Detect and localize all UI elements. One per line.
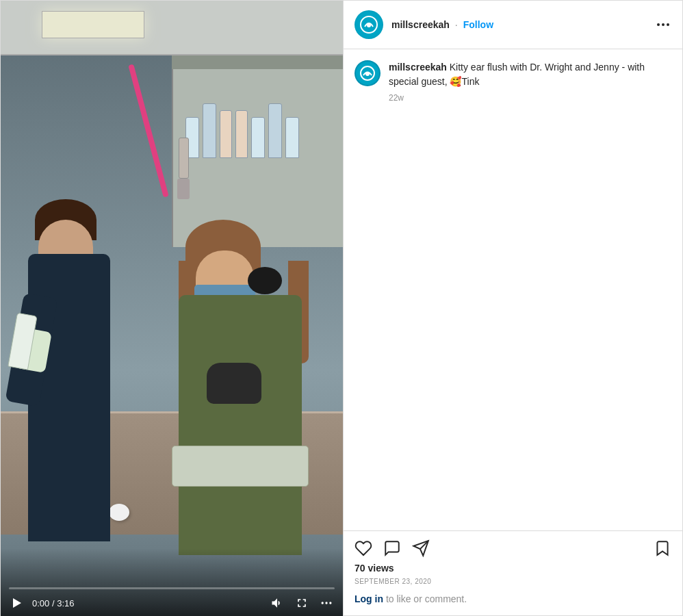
login-link[interactable]: Log in <box>355 593 383 604</box>
time-display: 0:00 / 3:16 <box>32 598 74 608</box>
cat-head <box>248 267 282 294</box>
play-button[interactable] <box>9 595 24 611</box>
person2 <box>158 227 329 555</box>
post-header: millscreekah · Follow <box>344 1 682 49</box>
progress-bar-container[interactable] <box>9 587 335 589</box>
volume-button[interactable] <box>269 595 285 611</box>
dot-separator: · <box>455 19 458 30</box>
svg-point-1 <box>322 602 324 604</box>
svg-marker-0 <box>13 598 21 608</box>
heart-icon <box>355 539 372 557</box>
controls-row: 0:00 / 3:16 <box>9 595 335 611</box>
towel <box>172 446 309 487</box>
comment-button[interactable] <box>383 539 401 557</box>
more-icon <box>655 16 671 33</box>
caption-row: millscreekah Kitty ear flush with Dr. Wr… <box>355 60 671 103</box>
caption-text: millscreekah Kitty ear flush with Dr. Wr… <box>389 60 671 89</box>
svg-point-8 <box>662 23 665 26</box>
shelf-items <box>185 76 336 158</box>
bottle-4 <box>235 110 248 158</box>
cat-body <box>207 363 261 404</box>
views-count: 70 views <box>355 563 671 574</box>
person1 <box>14 199 124 541</box>
svg-point-9 <box>667 23 669 26</box>
caption-avatar-logo <box>356 62 379 85</box>
wall-equipment-1 <box>179 138 189 179</box>
svg-point-12 <box>365 72 370 76</box>
cabinet-top <box>172 55 343 69</box>
action-icons <box>355 539 671 557</box>
bookmark-button[interactable] <box>654 539 671 557</box>
bottle-3 <box>220 110 232 158</box>
bottle-5 <box>251 117 265 158</box>
login-prompt: Log in to like or comment. <box>355 593 671 613</box>
caption-area: millscreekah Kitty ear flush with Dr. Wr… <box>344 49 682 530</box>
ceiling-light <box>42 11 144 38</box>
share-icon <box>412 539 430 557</box>
bookmark-icon <box>654 539 671 557</box>
post-date: September 23, 2020 <box>355 578 671 585</box>
comment-icon <box>383 539 401 557</box>
header-avatar[interactable] <box>355 10 383 39</box>
follow-button[interactable]: Follow <box>463 19 493 30</box>
post-container: 0:00 / 3:16 <box>0 0 683 616</box>
header-username[interactable]: millscreekah <box>391 19 450 30</box>
avatar-logo <box>356 12 382 38</box>
total-time: 3:16 <box>57 598 74 608</box>
svg-point-6 <box>367 23 371 27</box>
current-time: 0:00 <box>32 598 49 608</box>
person2-body <box>179 295 302 555</box>
video-controls: 0:00 / 3:16 <box>1 548 343 616</box>
video-scene <box>1 1 343 616</box>
like-button[interactable] <box>355 539 372 557</box>
caption-avatar[interactable] <box>355 60 381 86</box>
action-bar: 70 views September 23, 2020 Log in to li… <box>344 530 682 615</box>
login-prompt-text: to like or comment. <box>383 593 467 604</box>
more-options-button[interactable] <box>318 595 335 611</box>
bottle-6 <box>268 103 282 158</box>
share-button[interactable] <box>412 539 430 557</box>
svg-point-2 <box>325 602 327 604</box>
more-button[interactable] <box>655 16 671 33</box>
media-side: 0:00 / 3:16 <box>1 1 343 616</box>
info-side: millscreekah · Follow <box>343 1 682 615</box>
caption-content: millscreekah Kitty ear flush with Dr. Wr… <box>389 60 671 103</box>
header-info: millscreekah · Follow <box>391 19 647 30</box>
wall-equipment-2 <box>177 179 190 199</box>
svg-point-3 <box>329 602 331 604</box>
cabinet <box>172 55 343 247</box>
bottle-7 <box>285 117 299 158</box>
svg-point-7 <box>657 23 660 26</box>
bottle-2 <box>203 103 216 158</box>
fullscreen-button[interactable] <box>294 595 310 611</box>
caption-username[interactable]: millscreekah <box>389 62 447 73</box>
caption-timestamp: 22w <box>389 93 671 103</box>
ceiling <box>1 1 343 55</box>
